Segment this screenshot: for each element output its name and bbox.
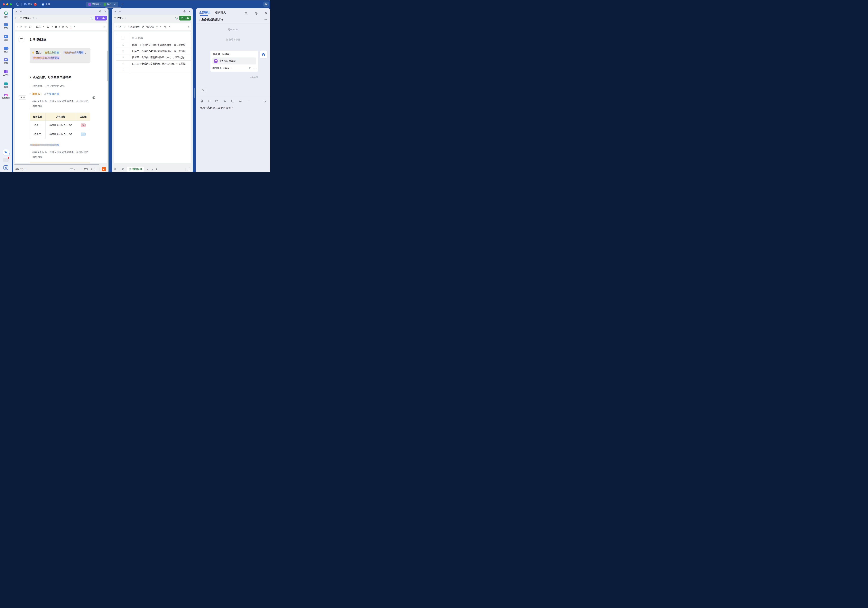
tab-sheet-202[interactable]: 202... ✕	[102, 2, 117, 7]
chevron-down-icon[interactable]: ▼	[230, 67, 232, 69]
undo-icon[interactable]: ↺	[119, 25, 121, 28]
underline-button[interactable]: U	[62, 25, 64, 28]
block-handle[interactable]	[18, 95, 26, 100]
sidebar-item-search[interactable]: 搜索	[0, 11, 12, 18]
grid-row[interactable]: 4 目标四：合理的O是激进的、鼓舞人心的、有挑战性	[116, 61, 191, 67]
fill-color-bucket-icon[interactable]	[164, 25, 166, 28]
sidebar-item-docs[interactable]: 文档	[0, 23, 12, 30]
panel-resize-handle[interactable]	[194, 88, 195, 98]
emoji-icon[interactable]	[200, 100, 203, 103]
heading-list-icon[interactable]	[18, 36, 25, 42]
callout-block[interactable]: 要点： 梳理业务流程 、 识别关键成功因素 、 选择合适的目标描述语言	[30, 48, 90, 63]
font-size-select[interactable]: 22	[47, 25, 49, 28]
search-icon[interactable]	[245, 12, 248, 15]
avatar[interactable]: W	[260, 51, 267, 58]
chevron-down-icon[interactable]: ▼	[125, 17, 126, 19]
add-comment-icon[interactable]	[92, 96, 96, 100]
close-panel-icon[interactable]: ✕	[265, 12, 267, 15]
italic-button[interactable]: I	[59, 25, 60, 28]
column-header-goal[interactable]: ⚑ A 目标	[130, 34, 191, 42]
fullscreen-icon[interactable]	[95, 168, 98, 170]
folder-icon[interactable]	[215, 100, 219, 103]
chevron-down-icon[interactable]: ▼	[25, 168, 27, 170]
forward-button[interactable]: ▷	[200, 87, 206, 93]
tab-related-chats[interactable]: 相关聊天	[215, 11, 226, 16]
doc-vertical-scrollbar[interactable]	[107, 51, 108, 81]
okr-table[interactable]: 任务名称 具体目标 优先级 任务一 确定量化目标:O1、O2 P0 任务二 确定…	[30, 113, 90, 139]
bold-button[interactable]: B	[55, 25, 57, 28]
row-cell[interactable]: 目标二：合理的O与组织整体战略目标一致，对组织	[130, 48, 191, 54]
refresh-icon[interactable]: ⟳	[20, 10, 22, 13]
views-stack-icon[interactable]	[121, 168, 124, 171]
paragraph-style-select[interactable]: 正文	[36, 25, 40, 28]
grid-row[interactable]: 2 目标二：合理的O与组织整体战略目标一致，对组织	[116, 48, 191, 54]
new-tab-button[interactable]: +	[121, 2, 123, 6]
chevron-down-icon[interactable]: ▼	[160, 26, 162, 28]
row-cell[interactable]: 目标三：合理的O需要控制数量（2-5），设置优先	[130, 54, 191, 61]
strikethrough-button[interactable]: A	[66, 25, 68, 28]
phone-icon[interactable]	[223, 100, 226, 103]
close-window-button[interactable]	[3, 3, 5, 5]
tab-doc-2025[interactable]: 2025年...	[87, 2, 102, 7]
word-count[interactable]: 814 个字	[16, 168, 24, 171]
scissors-icon[interactable]: ✂	[208, 100, 211, 103]
create-chat-icon[interactable]	[255, 12, 257, 15]
search-history-icon[interactable]	[239, 100, 242, 103]
close-panel-icon[interactable]: ✕	[104, 10, 106, 13]
doc-share-button[interactable]: 分享	[95, 16, 107, 20]
more-icon[interactable]: ⋯	[247, 100, 250, 103]
copy-window-icon[interactable]	[16, 3, 19, 6]
zoom-in-icon[interactable]: +	[91, 168, 92, 171]
shared-doc-message-card[interactable]: 邀请你一起讨论 业务发展及规划 本群成员 可查看 ▼ ⋯	[211, 51, 258, 72]
message-input[interactable]: 目标一和目标二需要再调整下	[200, 106, 234, 110]
copy-link-icon[interactable]	[15, 10, 18, 13]
prev-views-icon[interactable]: «	[147, 168, 149, 170]
row-cell[interactable]: 目标一：合理的O与组织整体战略目标一致，对组织	[130, 42, 191, 48]
chat-panel-toggle-button[interactable]	[264, 2, 269, 7]
sidebar-item-mail[interactable]: 邮箱	[0, 58, 12, 64]
add-row[interactable]: +	[116, 67, 191, 73]
more-icon[interactable]: ⋯	[254, 67, 256, 70]
close-panel-icon[interactable]: ✕	[188, 10, 191, 13]
add-icon[interactable]: +	[15, 17, 17, 20]
chevron-down-icon[interactable]: ▼	[74, 168, 75, 170]
refresh-icon[interactable]: ⟳	[119, 10, 121, 13]
toolbar-scroll-right-icon[interactable]: ▶	[188, 26, 189, 28]
table-horizontal-scrollbar[interactable]	[30, 145, 57, 146]
copy-link-icon[interactable]	[248, 67, 251, 70]
fullscreen-icon[interactable]	[188, 168, 190, 170]
tab-all-chats[interactable]: 全部聊天	[199, 11, 211, 16]
view-sidebar-toggle-icon[interactable]	[115, 168, 117, 170]
undo-icon[interactable]: ↺	[20, 25, 22, 28]
view-tab-active[interactable]: 制定OKR	[127, 166, 144, 172]
star-icon[interactable]: ☆	[32, 17, 34, 19]
compose-expand-icon[interactable]	[263, 100, 266, 103]
grid-row[interactable]: 3 目标三：合理的O需要控制数量（2-5），设置优先	[116, 54, 191, 61]
menu-icon[interactable]: ☰	[20, 17, 22, 19]
nav-messages[interactable]: 消息 7	[24, 3, 37, 6]
close-tab-icon[interactable]: ✕	[114, 3, 116, 6]
sidebar-item-workbench[interactable]: 工作台	[0, 70, 12, 76]
sidebar-item-calendar[interactable]: 日历	[0, 35, 12, 41]
chevron-down-icon[interactable]: ▼	[43, 26, 45, 28]
grid-row[interactable]: 1 目标一：合理的O与组织整体战略目标一致，对组织	[116, 42, 191, 48]
more-icon[interactable]: ⋯	[264, 18, 267, 21]
add-record-button[interactable]: + 添加记录	[128, 25, 140, 28]
zoom-out-icon[interactable]: −	[79, 168, 81, 171]
doc-chip[interactable]: 业务发展及规划	[212, 58, 256, 64]
settings-gear-icon[interactable]: ⚙	[99, 10, 101, 13]
chevron-down-icon[interactable]: ▼	[74, 26, 75, 28]
sheet-share-button[interactable]: 分享	[179, 16, 191, 20]
calendar-icon[interactable]	[231, 100, 234, 103]
project-name-link[interactable]: 项目名称	[49, 92, 59, 95]
sidebar-item-wps[interactable]: W	[0, 149, 12, 155]
sidebar-item-meeting[interactable]: 会议	[0, 47, 12, 53]
page-width-icon[interactable]	[70, 168, 73, 170]
font-color-button[interactable]: A	[156, 25, 158, 28]
doc-content[interactable]: 1. 明确目标 要点： 梳理业务流程 、 识别关键成功因素 、 选择合适的目标描…	[14, 31, 107, 163]
video-tutorial-button[interactable]: ▶	[102, 167, 106, 171]
row-cell[interactable]: 目标四：合理的O是激进的、鼓舞人心的、有挑战性	[130, 61, 191, 67]
chevron-down-icon[interactable]: ▼	[169, 26, 170, 28]
sidebar-item-mine[interactable]: 我的	[0, 82, 12, 88]
sidebar-item-more[interactable]: ⋯	[0, 158, 12, 162]
